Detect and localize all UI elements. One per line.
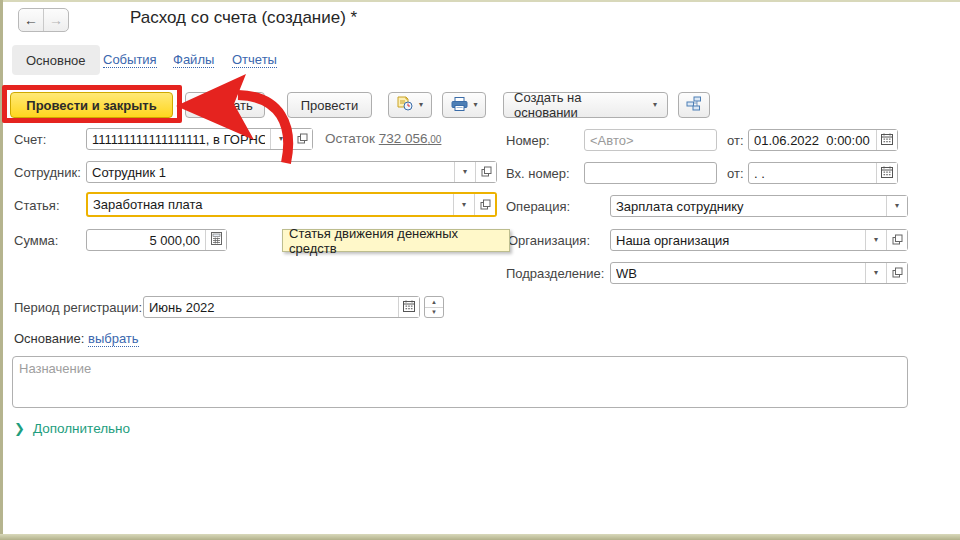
number-input[interactable] [585, 130, 716, 150]
field-tooltip: Статья движения денежных средств [282, 229, 510, 252]
dropdown-caret-icon: ▾ [279, 135, 283, 143]
open-form-icon [480, 196, 491, 214]
calculator-icon [211, 231, 222, 249]
document-clock-icon [397, 96, 413, 114]
dropdown-caret-icon: ▾ [895, 202, 899, 210]
department-dropdown-button[interactable]: ▾ [865, 263, 886, 283]
balance-text: Остаток 732 056,00 [325, 131, 441, 146]
registration-period-calendar-button[interactable] [398, 297, 419, 317]
open-form-icon [892, 264, 903, 282]
incoming-number-field-group [584, 162, 717, 184]
create-based-on-button[interactable]: Создать на основании ▾ [503, 92, 668, 118]
date-field-group [748, 129, 898, 151]
department-label: Подразделение: [506, 266, 604, 281]
tab-reports[interactable]: Отчеты [232, 52, 277, 68]
balance-label: Остаток [325, 131, 375, 146]
open-form-icon [481, 163, 492, 181]
article-input[interactable] [88, 194, 453, 215]
dropdown-caret-icon: ▾ [463, 168, 467, 176]
number-from-label: от: [727, 133, 744, 148]
document-window: ← → Расход со счета (создание) * Основно… [0, 0, 960, 540]
post-button[interactable]: Провести [287, 92, 372, 118]
organization-label: Организация: [508, 233, 590, 248]
organization-dropdown-button[interactable]: ▾ [865, 230, 886, 250]
incoming-date-calendar-button[interactable] [876, 163, 897, 183]
window-border-left [0, 0, 3, 540]
purpose-textarea[interactable] [12, 356, 908, 408]
calendar-icon [881, 164, 893, 182]
date-input[interactable] [749, 130, 876, 150]
amount-field-group [86, 229, 227, 251]
incoming-number-input[interactable] [585, 163, 716, 183]
tab-files[interactable]: Файлы [173, 52, 214, 68]
window-border-top [0, 0, 960, 2]
account-open-button[interactable] [291, 129, 312, 149]
calendar-icon [403, 298, 415, 316]
basis-label: Основание: [14, 331, 84, 346]
dropdown-caret-icon: ▾ [874, 269, 878, 277]
department-input[interactable] [611, 263, 865, 283]
calendar-icon [881, 131, 893, 149]
registration-period-spinner: ▲ ▼ [424, 296, 444, 318]
organization-open-button[interactable] [886, 230, 907, 250]
chevron-right-icon: ❯ [14, 422, 25, 435]
back-arrow-icon[interactable]: ← [19, 9, 44, 31]
balance-value-link[interactable]: 732 056,00 [379, 131, 442, 146]
post-and-close-button[interactable]: Провести и закрыть [10, 92, 173, 118]
amount-label: Сумма: [14, 233, 58, 248]
organization-field-group: ▾ [610, 229, 908, 251]
open-form-icon [892, 231, 903, 249]
tab-events[interactable]: События [103, 52, 157, 68]
dropdown-caret-icon: ▾ [474, 101, 478, 109]
print-button[interactable]: ▾ [442, 92, 486, 118]
document-structure-button[interactable] [678, 92, 710, 118]
incoming-date-field-group [748, 162, 898, 184]
printer-icon [451, 97, 468, 114]
department-field-group: ▾ [610, 262, 908, 284]
window-border-bottom [0, 534, 960, 540]
dropdown-caret-icon: ▾ [874, 236, 878, 244]
additional-section-toggle[interactable]: ❯ Дополнительно [14, 421, 130, 436]
spinner-up-icon[interactable]: ▲ [425, 297, 443, 308]
account-dropdown-button[interactable]: ▾ [270, 129, 291, 149]
spinner-down-icon[interactable]: ▼ [425, 308, 443, 318]
incoming-from-label: от: [727, 166, 744, 181]
date-calendar-button[interactable] [876, 130, 897, 150]
dropdown-caret-icon: ▾ [419, 101, 423, 109]
document-register-records-button[interactable]: ▾ [388, 92, 432, 118]
basis-select-link[interactable]: выбрать [88, 331, 139, 347]
operation-field-group: ▾ [610, 195, 908, 217]
employee-input[interactable] [87, 162, 454, 182]
incoming-date-input[interactable] [749, 163, 876, 183]
org-chart-icon [686, 96, 702, 114]
number-label: Номер: [506, 133, 550, 148]
page-title: Расход со счета (создание) * [130, 8, 357, 28]
amount-calculator-button[interactable] [205, 230, 226, 250]
employee-dropdown-button[interactable]: ▾ [454, 162, 475, 182]
department-open-button[interactable] [886, 263, 907, 283]
operation-input[interactable] [611, 196, 886, 216]
incoming-number-label: Вх. номер: [506, 166, 570, 181]
article-field-group: ▾ [86, 192, 497, 217]
employee-label: Сотрудник: [14, 165, 81, 180]
save-button[interactable]: Записать [185, 92, 265, 118]
article-open-button[interactable] [474, 194, 495, 215]
dropdown-caret-icon: ▾ [653, 101, 657, 109]
account-label: Счет: [14, 132, 46, 147]
employee-field-group: ▾ [86, 161, 497, 183]
additional-label: Дополнительно [33, 421, 130, 436]
amount-input[interactable] [87, 230, 205, 250]
organization-input[interactable] [611, 230, 865, 250]
article-dropdown-button[interactable]: ▾ [453, 194, 474, 215]
registration-period-input[interactable] [144, 297, 398, 317]
article-label: Статья: [14, 198, 60, 213]
employee-open-button[interactable] [475, 162, 496, 182]
operation-dropdown-button[interactable]: ▾ [886, 196, 907, 216]
history-nav: ← → [18, 8, 69, 32]
tab-main[interactable]: Основное [12, 45, 100, 75]
account-input[interactable] [87, 129, 270, 149]
dropdown-caret-icon: ▾ [462, 201, 466, 209]
open-form-icon [297, 130, 308, 148]
operation-label: Операция: [506, 199, 570, 214]
forward-arrow-icon[interactable]: → [44, 9, 68, 31]
